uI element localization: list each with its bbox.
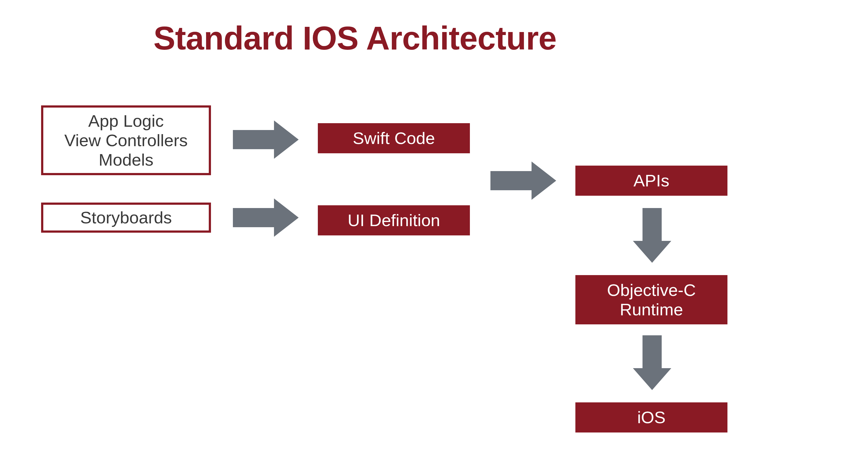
- arrow-storyboards-to-uidef: [227, 196, 304, 239]
- box-objc-line1: Objective-C: [607, 280, 696, 300]
- box-apis: APIs: [576, 166, 727, 196]
- box-swift-code: Swift Code: [318, 123, 470, 153]
- box-app-logic-line2: View Controllers: [64, 131, 188, 150]
- arrow-middle-to-apis: [485, 159, 562, 203]
- box-app-logic-line1: App Logic: [88, 111, 164, 131]
- box-app-logic: App Logic View Controllers Models: [41, 105, 211, 175]
- box-swift-code-label: Swift Code: [353, 128, 435, 148]
- box-ios-label: iOS: [637, 408, 665, 427]
- box-app-logic-line3: Models: [99, 150, 153, 169]
- box-apis-label: APIs: [633, 171, 669, 190]
- diagram-title: Standard IOS Architecture: [153, 19, 556, 57]
- arrow-applogic-to-swift: [227, 118, 304, 162]
- box-objc-line2: Runtime: [620, 300, 683, 319]
- box-ui-definition-label: UI Definition: [348, 210, 440, 230]
- box-objc-runtime: Objective-C Runtime: [576, 275, 727, 324]
- box-storyboards-label: Storyboards: [80, 208, 172, 227]
- box-ui-definition: UI Definition: [318, 205, 470, 235]
- box-ios: iOS: [576, 402, 727, 433]
- arrow-objc-to-ios: [630, 333, 674, 393]
- box-storyboards: Storyboards: [41, 203, 211, 233]
- arrow-apis-to-objc: [630, 205, 674, 266]
